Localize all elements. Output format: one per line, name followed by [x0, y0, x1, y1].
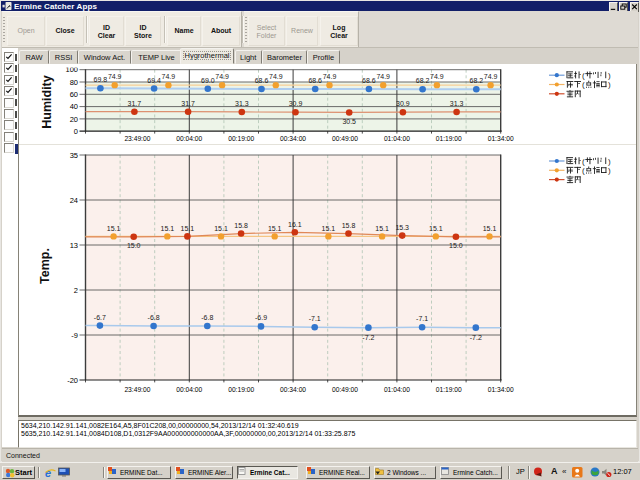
svg-text:69.8: 69.8 — [94, 76, 108, 83]
svg-text:01:19:00: 01:19:00 — [436, 386, 462, 393]
svg-text:00:34:00: 00:34:00 — [280, 135, 306, 142]
svg-text:68.6: 68.6 — [362, 77, 376, 84]
svg-text:80: 80 — [70, 78, 78, 87]
svg-text:15.1: 15.1 — [483, 225, 497, 232]
svg-text:74.9: 74.9 — [108, 73, 122, 80]
svg-text:15.0: 15.0 — [449, 242, 463, 249]
svg-text:16.1: 16.1 — [288, 221, 302, 228]
svg-text:68.6: 68.6 — [255, 77, 269, 84]
svg-text:15.1: 15.1 — [160, 225, 174, 232]
svg-text:-20: -20 — [67, 376, 78, 385]
svg-text:74.9: 74.9 — [323, 73, 337, 80]
svg-text:Humidity: Humidity — [40, 75, 54, 129]
svg-text:-9: -9 — [71, 331, 78, 340]
svg-text:15.1: 15.1 — [268, 225, 282, 232]
svg-text:-7.1: -7.1 — [309, 315, 321, 322]
svg-text:23:49:00: 23:49:00 — [124, 135, 150, 142]
svg-text:Temp.: Temp. — [38, 248, 52, 284]
svg-text:30.9: 30.9 — [289, 100, 303, 107]
svg-text:-6.8: -6.8 — [148, 314, 160, 321]
svg-text:40: 40 — [70, 102, 78, 111]
svg-text:00:19:00: 00:19:00 — [228, 386, 254, 393]
svg-text:74.9: 74.9 — [484, 73, 498, 80]
svg-text:35: 35 — [70, 151, 78, 160]
svg-text:30.5: 30.5 — [342, 118, 356, 125]
svg-text:-6.8: -6.8 — [201, 314, 213, 321]
svg-text:01:04:00: 01:04:00 — [384, 386, 410, 393]
svg-text:74.9: 74.9 — [269, 73, 283, 80]
svg-text:15.1: 15.1 — [181, 225, 195, 232]
svg-text:69.0: 69.0 — [201, 77, 215, 84]
svg-text:24: 24 — [70, 196, 78, 205]
svg-text:15.8: 15.8 — [234, 222, 248, 229]
svg-text:15.8: 15.8 — [342, 222, 356, 229]
svg-text:00:04:00: 00:04:00 — [176, 386, 202, 393]
svg-text:15.1: 15.1 — [322, 225, 336, 232]
svg-text:2: 2 — [74, 286, 78, 295]
svg-text:13: 13 — [70, 241, 78, 250]
svg-text:-7.2: -7.2 — [362, 334, 374, 341]
svg-text:68.2: 68.2 — [469, 77, 483, 84]
svg-text:01:34:00: 01:34:00 — [488, 386, 514, 393]
svg-text:01:04:00: 01:04:00 — [384, 135, 410, 142]
svg-text:0: 0 — [74, 127, 78, 136]
svg-text:-7.1: -7.1 — [416, 315, 428, 322]
svg-text:74.9: 74.9 — [376, 73, 390, 80]
svg-text:68.2: 68.2 — [416, 77, 430, 84]
svg-text:31.7: 31.7 — [181, 100, 195, 107]
svg-text:-6.7: -6.7 — [94, 314, 106, 321]
svg-text:74.9: 74.9 — [430, 73, 444, 80]
svg-text:15.1: 15.1 — [429, 225, 443, 232]
svg-text:20: 20 — [70, 115, 78, 124]
svg-text:00:49:00: 00:49:00 — [332, 135, 358, 142]
svg-text:31.7: 31.7 — [128, 100, 142, 107]
svg-text:-7.2: -7.2 — [470, 334, 482, 341]
svg-text:69.4: 69.4 — [147, 77, 161, 84]
svg-text:-6.9: -6.9 — [255, 314, 267, 321]
svg-text:15.1: 15.1 — [214, 225, 228, 232]
svg-text:31.3: 31.3 — [235, 100, 249, 107]
svg-text:00:04:00: 00:04:00 — [176, 135, 202, 142]
svg-text:68.6: 68.6 — [308, 77, 322, 84]
svg-text:00:34:00: 00:34:00 — [280, 386, 306, 393]
svg-text:15.1: 15.1 — [107, 225, 121, 232]
svg-text:30.9: 30.9 — [396, 100, 410, 107]
svg-text:31.3: 31.3 — [450, 100, 464, 107]
svg-text:01:34:00: 01:34:00 — [488, 135, 514, 142]
svg-text:74.9: 74.9 — [162, 73, 176, 80]
svg-text:23:49:00: 23:49:00 — [124, 386, 150, 393]
svg-text:00:49:00: 00:49:00 — [332, 386, 358, 393]
svg-text:60: 60 — [70, 90, 78, 99]
svg-text:15.3: 15.3 — [395, 224, 409, 231]
svg-text:15.0: 15.0 — [127, 242, 141, 249]
svg-text:01:19:00: 01:19:00 — [436, 135, 462, 142]
svg-text:15.1: 15.1 — [375, 225, 389, 232]
svg-text:74.9: 74.9 — [215, 73, 229, 80]
svg-text:00:19:00: 00:19:00 — [228, 135, 254, 142]
